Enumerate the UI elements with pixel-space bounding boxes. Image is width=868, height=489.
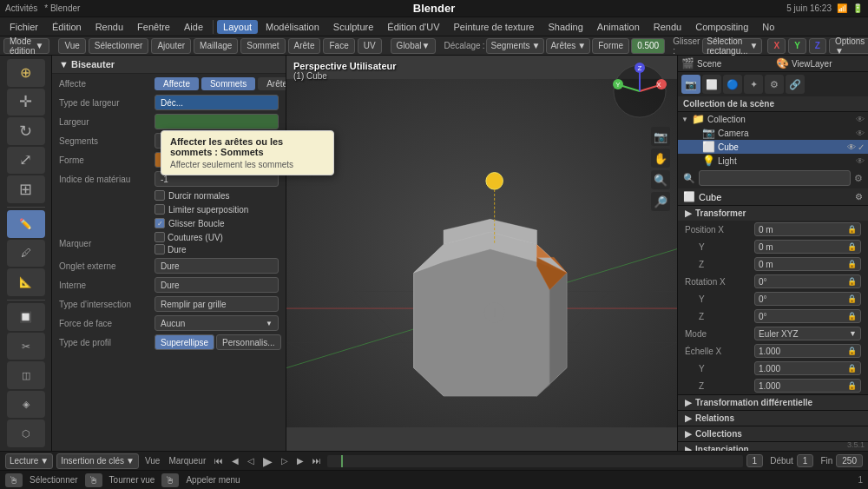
current-frame[interactable]: 1 [746,454,764,467]
menu-rendu[interactable]: Rendu [89,20,129,34]
rp-icon-object[interactable]: 📷 [681,75,700,94]
tree-cube[interactable]: ⬜ Cube 👁 ✓ [678,140,868,154]
scene-name[interactable]: Scene [697,59,770,69]
x-axis-btn[interactable]: X [767,38,786,54]
move-tool[interactable]: ✛ [7,89,45,116]
tab-affecte[interactable]: Affecte [155,77,199,90]
rot-z-value[interactable]: 0° 🔒 [754,309,861,323]
selection-rect[interactable]: Sélection rectangu... ▼ [702,38,762,54]
type-inter-value[interactable]: Remplir par grille [155,296,279,312]
rp-icon-mesh[interactable]: ⬜ [702,75,721,94]
instanciation-section[interactable]: ▶ Instanciation [678,441,868,451]
next-keyframe-btn[interactable]: ▷ [279,455,291,466]
menu-layout[interactable]: Layout [217,20,258,34]
coutures-checkbox[interactable] [155,232,165,242]
viewlayer-name[interactable]: ViewLayer [792,59,865,69]
rot-x-value[interactable]: 0° 🔒 [754,274,861,288]
rp-icon-particles[interactable]: ✦ [744,75,763,94]
dure-checkbox[interactable] [155,244,165,254]
y-axis-btn[interactable]: Y [788,38,806,54]
forme-value[interactable]: 0.500 [631,38,665,54]
pos-x-value[interactable]: 0 m 🔒 [754,222,861,236]
cube-eye[interactable]: 👁 [847,142,856,152]
timeline-vue[interactable]: Vue [142,455,162,466]
personnalise-btn[interactable]: Personnalis... [216,334,281,350]
echelle-x-value[interactable]: 1.000 🔒 [754,344,861,358]
pos-y-value[interactable]: 0 m 🔒 [754,240,861,254]
object-name[interactable]: Cube [699,192,852,202]
timeline-track[interactable] [327,455,742,467]
object-options[interactable]: ⚙ [855,192,863,202]
segments-select[interactable]: Segments ▼ [486,38,544,54]
options-btn[interactable]: Options ▼ [829,38,868,54]
echelle-y-value[interactable]: 1.000 🔒 [754,361,861,375]
type-largeur-value[interactable]: Déc... [155,95,279,110]
annotate-tool[interactable]: ✏️ [7,210,45,238]
prev-frame-btn[interactable]: ◀ [229,455,241,466]
force-face-value[interactable]: Aucun ▼ [155,315,279,331]
menu-modelisation[interactable]: Modélisation [260,20,326,34]
add-cube-tool[interactable]: 🔲 [7,303,45,331]
rp-icon-constraints[interactable]: 🔗 [786,75,805,94]
timeline-mode[interactable]: Lecture ▼ [5,453,53,469]
mode-select[interactable]: Mode édition ▼ [3,38,49,54]
menu-fenetre[interactable]: Fenêtre [131,20,176,34]
collection-eye[interactable]: 👁 [856,115,865,124]
menu-shading[interactable]: Shading [542,20,589,34]
play-start-btn[interactable]: ⏮ [212,455,226,466]
menu-fichier[interactable]: Fichier [3,20,44,34]
loop-cut-tool[interactable]: ✂ [7,333,45,360]
cursor-tool[interactable]: ⊕ [7,59,45,87]
add-btn[interactable]: Ajouter [151,38,191,54]
largeur-value[interactable] [155,114,279,129]
onglet-ext-value[interactable]: Dure [155,258,279,274]
props-search-input[interactable] [699,170,851,186]
measure-tool[interactable]: 📐 [7,268,45,296]
activities-label[interactable]: Activités [5,3,37,13]
nav-hand[interactable]: ✋ [651,149,670,168]
bevel-tool[interactable]: ◈ [7,391,45,419]
nav-camera[interactable]: 📷 [651,127,670,146]
viewport-gizmo[interactable]: X Y Z [609,61,670,122]
mode-value[interactable]: Euler XYZ ▼ [754,327,861,340]
timeline-marqueur[interactable]: Marqueur [166,455,208,466]
durcir-checkbox[interactable] [155,190,165,201]
vertex-btn[interactable]: Sommet [240,38,285,54]
menu-aide[interactable]: Aide [178,20,209,34]
menu-edition[interactable]: Édition [46,20,88,34]
next-frame-btn[interactable]: ▶ [294,455,306,466]
rot-y-value[interactable]: 0° 🔒 [754,292,861,306]
view-btn[interactable]: Vue [58,38,85,54]
rp-icon-mat[interactable]: 🔵 [723,75,742,94]
transformer-section[interactable]: ▶ Transformer [678,205,868,221]
collections-section[interactable]: ▶ Collections [678,426,868,441]
tab-aretes[interactable]: Arêtes [258,77,286,90]
nav-zoom-out[interactable]: 🔎 [651,192,670,211]
face-btn[interactable]: Face [323,38,354,54]
menu-rendu2[interactable]: Rendu [648,20,687,34]
edge-btn[interactable]: Arête [288,38,321,54]
relations-section[interactable]: ▶ Relations [678,410,868,426]
glisser-checkbox[interactable]: ✓ [155,218,165,228]
annotate2-tool[interactable]: 🖊 [7,240,45,268]
debut-val[interactable]: 1 [797,454,814,467]
echelle-z-value[interactable]: 1.000 🔒 [754,379,861,393]
interne-value[interactable]: Dure [155,277,279,293]
select-btn[interactable]: Sélectionner [89,38,149,54]
camera-eye[interactable]: 👁 [856,129,865,138]
transf-diff-section[interactable]: ▶ Transformation différentielle [678,394,868,410]
superellipse-btn[interactable]: Superellipse [155,334,214,350]
menu-animation[interactable]: Animation [591,20,646,34]
timeline-insert[interactable]: Insertion de clés ▼ [56,453,139,469]
rp-icon-physics[interactable]: ⚙ [765,75,784,94]
mesh-btn[interactable]: Maillage [194,38,238,54]
filter-icon[interactable]: ⚙ [854,173,863,184]
menu-sculpture[interactable]: Sculpture [327,20,379,34]
menu-edition-uv[interactable]: Édition d'UV [381,20,445,34]
global-btn[interactable]: Global ▼ [391,38,437,54]
tree-light[interactable]: 💡 Light 👁 [678,154,868,168]
viewport-3d[interactable]: Perspective Utilisateur (1) Cube X Y Z [286,56,677,451]
rotate-tool[interactable]: ↻ [7,117,45,145]
tree-collection[interactable]: ▼ 📁 Collection 👁 [678,112,868,126]
inset-tool[interactable]: ◫ [7,361,45,389]
